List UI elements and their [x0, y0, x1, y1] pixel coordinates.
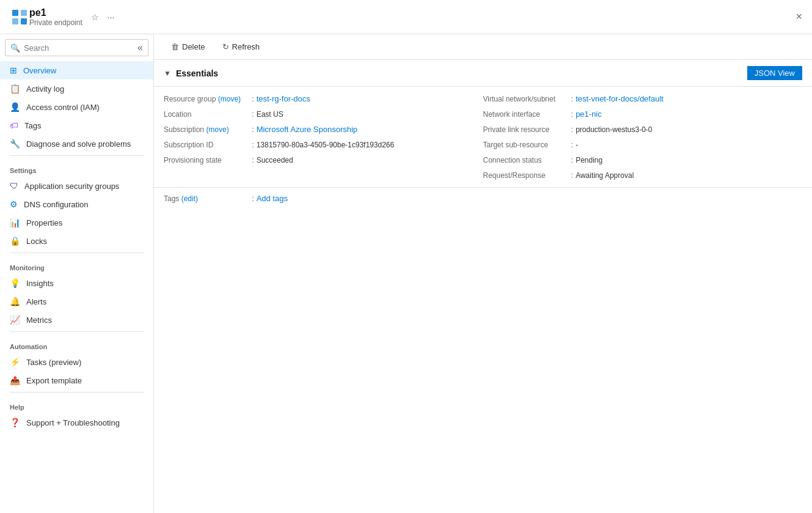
resource-title-block: pe1 Private endpoint — [29, 7, 82, 27]
favorite-icon[interactable]: ☆ — [89, 11, 101, 23]
svg-rect-3 — [21, 18, 27, 24]
sidebar-item-locks[interactable]: 🔒 Locks — [0, 232, 153, 250]
resource-group-move-link[interactable]: (move) — [218, 95, 241, 103]
target-sub-resource-row: Target sub-resource : - — [483, 140, 803, 149]
sidebar-item-tags[interactable]: 🏷 Tags — [0, 116, 153, 135]
activity-log-icon: 📋 — [10, 84, 20, 94]
svg-rect-1 — [21, 10, 27, 16]
dns-config-icon: ⚙ — [10, 199, 18, 209]
search-input[interactable] — [24, 43, 133, 53]
sidebar-item-label: Metrics — [26, 316, 52, 325]
sidebar-item-app-security-groups[interactable]: 🛡 Application security groups — [0, 177, 153, 195]
tags-icon: 🏷 — [10, 120, 18, 130]
help-divider — [10, 392, 144, 393]
essentials-left-col: Resource group (move) : test-rg-for-docs… — [164, 94, 483, 180]
resource-name: pe1 — [29, 7, 82, 18]
sidebar-item-label: Tasks (preview) — [26, 358, 81, 367]
sidebar-item-dns-config[interactable]: ⚙ DNS configuration — [0, 195, 153, 213]
close-button[interactable]: × — [796, 10, 802, 23]
main-layout: 🔍 « ⊞ Overview 📋 Activity log 👤 Access c… — [0, 34, 812, 513]
request-response-value: Awaiting Approval — [576, 171, 634, 180]
properties-icon: 📊 — [10, 218, 20, 227]
diagnose-icon: 🔧 — [10, 139, 20, 149]
alerts-icon: 🔔 — [10, 297, 20, 306]
monitoring-divider — [10, 253, 144, 253]
sidebar-item-label: Overview — [23, 66, 56, 75]
sidebar-item-support[interactable]: ❓ Support + Troubleshooting — [0, 413, 153, 432]
subscription-id-row: Subscription ID : 13815790-80a3-4505-90b… — [164, 140, 483, 149]
locks-icon: 🔒 — [10, 236, 20, 246]
sidebar-item-label: Export template — [26, 376, 82, 385]
subscription-move-link[interactable]: (move) — [206, 125, 229, 134]
automation-section-label: Automation — [0, 334, 153, 353]
svg-rect-0 — [12, 10, 18, 16]
content-area: 🗑 Delete ↻ Refresh ▼ Essentials JSON Vie… — [154, 34, 812, 513]
sidebar: 🔍 « ⊞ Overview 📋 Activity log 👤 Access c… — [0, 34, 154, 513]
subscription-label: Subscription (move) — [164, 125, 249, 134]
essentials-header: ▼ Essentials JSON View — [154, 60, 812, 87]
resource-type: Private endpoint — [29, 18, 82, 27]
tags-row: Tags (edit) : Add tags — [154, 188, 812, 213]
sidebar-item-tasks[interactable]: ⚡ Tasks (preview) — [0, 353, 153, 371]
toolbar: 🗑 Delete ↻ Refresh — [154, 34, 812, 60]
essentials-toggle-icon[interactable]: ▼ — [164, 69, 171, 78]
provisioning-state-row: Provisioning state : Succeeded — [164, 155, 483, 164]
support-icon: ❓ — [10, 418, 20, 427]
export-template-icon: 📤 — [10, 375, 20, 385]
essentials-grid: Resource group (move) : test-rg-for-docs… — [154, 87, 812, 188]
resource-group-value[interactable]: test-rg-for-docs — [257, 94, 310, 103]
target-sub-resource-label: Target sub-resource — [483, 141, 569, 149]
sidebar-item-label: Insights — [26, 279, 54, 288]
private-link-value: production-westus3-0-0 — [576, 125, 652, 134]
search-icon: 🔍 — [10, 43, 20, 53]
subscription-id-value: 13815790-80a3-4505-90be-1c93f193d266 — [257, 141, 395, 149]
location-label: Location — [164, 110, 249, 119]
sidebar-item-label: Locks — [26, 237, 47, 246]
metrics-icon: 📈 — [10, 315, 20, 325]
sidebar-item-label: Support + Troubleshooting — [26, 418, 120, 427]
sidebar-item-label: DNS configuration — [24, 200, 89, 209]
sidebar-item-insights[interactable]: 💡 Insights — [0, 274, 153, 292]
request-response-row: Request/Response : Awaiting Approval — [483, 171, 803, 180]
vnet-value[interactable]: test-vnet-for-docs/default — [576, 94, 664, 103]
target-sub-resource-value: - — [576, 141, 578, 149]
location-value: East US — [257, 110, 283, 119]
sidebar-item-access-control[interactable]: 👤 Access control (IAM) — [0, 98, 153, 116]
collapse-button[interactable]: « — [137, 42, 143, 53]
refresh-button[interactable]: ↻ Refresh — [215, 39, 268, 54]
top-header: pe1 Private endpoint ☆ ··· × — [0, 0, 812, 34]
tags-edit-link[interactable]: (edit) — [181, 194, 198, 203]
network-interface-row: Network interface : pe1-nic — [483, 109, 803, 119]
network-interface-value[interactable]: pe1-nic — [576, 109, 602, 119]
sidebar-item-label: Activity log — [26, 84, 64, 94]
tags-field-label: Tags (edit) — [164, 194, 249, 203]
delete-button[interactable]: 🗑 Delete — [164, 39, 213, 54]
sidebar-item-label: Properties — [26, 218, 62, 227]
add-tags-link[interactable]: Add tags — [257, 194, 288, 203]
sidebar-item-properties[interactable]: 📊 Properties — [0, 213, 153, 232]
essentials-title: Essentials — [176, 68, 218, 78]
delete-label: Delete — [182, 42, 205, 51]
delete-icon: 🗑 — [171, 42, 179, 51]
connection-status-label: Connection status — [483, 156, 569, 164]
monitoring-section-label: Monitoring — [0, 256, 153, 274]
sidebar-item-overview[interactable]: ⊞ Overview — [0, 61, 153, 79]
sidebar-item-label: Diagnose and solve problems — [26, 139, 131, 149]
sidebar-item-activity-log[interactable]: 📋 Activity log — [0, 79, 153, 98]
resource-group-row: Resource group (move) : test-rg-for-docs — [164, 94, 483, 103]
sidebar-item-diagnose[interactable]: 🔧 Diagnose and solve problems — [0, 135, 153, 153]
sidebar-item-export-template[interactable]: 📤 Export template — [0, 371, 153, 389]
settings-divider — [10, 155, 144, 156]
app-security-groups-icon: 🛡 — [10, 181, 18, 191]
location-row: Location : East US — [164, 109, 483, 119]
sidebar-item-metrics[interactable]: 📈 Metrics — [0, 311, 153, 329]
automation-divider — [10, 331, 144, 332]
vnet-row: Virtual network/subnet : test-vnet-for-d… — [483, 94, 803, 103]
access-control-icon: 👤 — [10, 102, 20, 112]
json-view-button[interactable]: JSON View — [747, 66, 802, 80]
subscription-value[interactable]: Microsoft Azure Sponsorship — [257, 125, 357, 134]
sidebar-item-alerts[interactable]: 🔔 Alerts — [0, 292, 153, 311]
header-actions: ☆ ··· — [89, 11, 117, 23]
more-options-icon[interactable]: ··· — [105, 11, 117, 23]
vnet-label: Virtual network/subnet — [483, 95, 569, 103]
